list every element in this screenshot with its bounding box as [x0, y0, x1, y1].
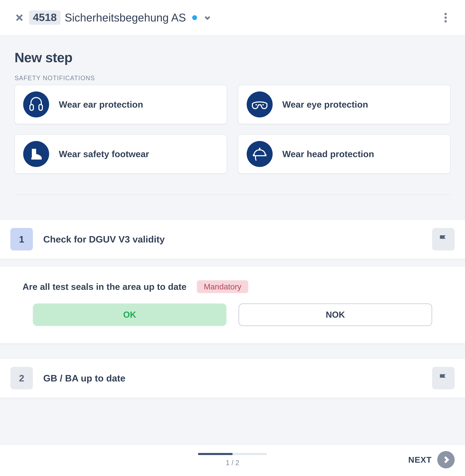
- progress-track: [198, 453, 267, 455]
- more-menu-button[interactable]: [441, 13, 450, 22]
- close-button[interactable]: [15, 13, 24, 22]
- safety-footwear-icon: [23, 141, 49, 167]
- section-divider: [15, 194, 450, 195]
- question-card: Are all test seals in the area up to dat…: [0, 266, 465, 344]
- page-title: Sicherheitsbegehung AS: [65, 11, 186, 24]
- progress-indicator: 1 / 2: [198, 453, 267, 467]
- safety-card-label: Wear eye protection: [282, 99, 368, 110]
- safety-card-eye-protection[interactable]: Wear eye protection: [238, 85, 450, 124]
- next-button-group[interactable]: NEXT: [408, 451, 455, 468]
- title-block: 4518 Sicherheitsbegehung AS: [29, 11, 212, 25]
- next-arrow-button[interactable]: [437, 451, 455, 468]
- flag-icon: [438, 373, 449, 383]
- app-root: 4518 Sicherheitsbegehung AS New step SAF…: [0, 0, 465, 476]
- safety-card-ear-protection[interactable]: Wear ear protection: [15, 85, 227, 124]
- step-row-2[interactable]: 2 GB / BA up to date: [0, 358, 465, 398]
- flag-button[interactable]: [432, 367, 455, 389]
- head-protection-icon: [247, 141, 273, 167]
- step-title: GB / BA up to date: [43, 373, 422, 384]
- svg-point-2: [444, 20, 447, 22]
- flag-button[interactable]: [432, 228, 455, 251]
- safety-card-label: Wear ear protection: [59, 99, 143, 110]
- progress-fill: [198, 453, 232, 455]
- content-area: New step SAFETY NOTIFICATIONS Wear ear p…: [0, 35, 465, 444]
- answer-nok-button[interactable]: NOK: [239, 303, 432, 326]
- safety-card-label: Wear head protection: [282, 149, 374, 159]
- svg-point-1: [444, 16, 447, 19]
- chevron-right-icon: [442, 455, 450, 464]
- footer-bar: 1 / 2 NEXT: [0, 444, 465, 476]
- progress-label: 1 / 2: [226, 459, 239, 467]
- svg-point-0: [444, 13, 447, 15]
- question-line: Are all test seals in the area up to dat…: [22, 280, 443, 293]
- close-icon: [15, 13, 23, 22]
- safety-notifications-label: SAFETY NOTIFICATIONS: [15, 75, 450, 82]
- safety-card-label: Wear safety footwear: [59, 149, 149, 159]
- mandatory-badge: Mandatory: [197, 280, 248, 293]
- kebab-icon: [444, 13, 447, 22]
- step-number-badge: 1: [10, 228, 33, 251]
- svg-rect-3: [30, 104, 33, 110]
- svg-point-6: [263, 104, 264, 105]
- svg-rect-4: [39, 104, 42, 110]
- flag-icon: [438, 234, 449, 244]
- safety-card-head-protection[interactable]: Wear head protection: [238, 134, 450, 174]
- answer-ok-button[interactable]: OK: [33, 303, 226, 326]
- record-id-chip: 4518: [29, 11, 61, 25]
- header-bar: 4518 Sicherheitsbegehung AS: [0, 0, 465, 35]
- status-dot: [192, 15, 197, 20]
- new-step-heading: New step: [15, 50, 450, 66]
- question-text: Are all test seals in the area up to dat…: [22, 281, 187, 292]
- step-title: Check for DGUV V3 validity: [43, 234, 422, 244]
- safety-card-safety-footwear[interactable]: Wear safety footwear: [15, 134, 227, 174]
- step-number-badge: 2: [10, 367, 33, 389]
- chevron-down-icon: [204, 14, 211, 22]
- ear-protection-icon: [23, 91, 49, 117]
- title-dropdown-button[interactable]: [202, 13, 212, 22]
- svg-point-5: [255, 104, 257, 105]
- safety-grid: Wear ear protection Wear eye protection …: [15, 85, 450, 174]
- eye-protection-icon: [247, 91, 273, 117]
- next-label: NEXT: [408, 455, 432, 465]
- new-step-section: New step SAFETY NOTIFICATIONS Wear ear p…: [0, 35, 465, 174]
- answer-buttons: OK NOK: [22, 303, 443, 326]
- step-row-1[interactable]: 1 Check for DGUV V3 validity: [0, 219, 465, 259]
